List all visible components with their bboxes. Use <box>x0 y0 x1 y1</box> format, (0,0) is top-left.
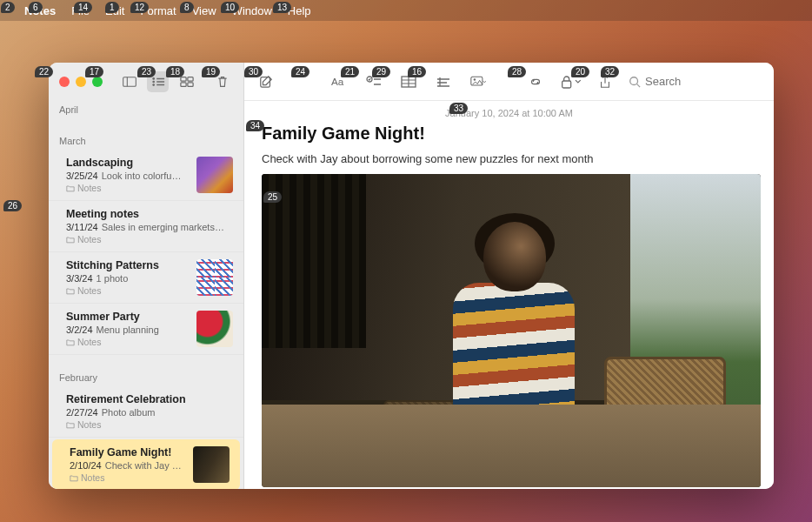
note-item-meeting[interactable]: Meeting notes 3/11/24Sales in emerging m… <box>49 201 243 252</box>
menu-app[interactable]: Notes <box>24 4 56 17</box>
note-thumbnail <box>196 259 233 296</box>
svg-point-3 <box>152 81 155 84</box>
sidebar-icon <box>123 76 136 88</box>
folder-icon <box>66 338 75 346</box>
compose-icon <box>258 75 274 89</box>
alignment-icon <box>436 75 451 89</box>
menubar: Notes File Edit Format View Window Help <box>0 0 812 21</box>
note-date: 3/2/24 <box>66 325 93 335</box>
note-thumbnail <box>196 311 233 347</box>
delete-button[interactable] <box>211 71 233 92</box>
note-thumbnail <box>196 157 233 193</box>
note-preview: Check with Jay a… <box>105 460 186 471</box>
note-title: Family Game Night! <box>70 446 186 458</box>
format-button[interactable]: Aa <box>328 71 350 92</box>
checklist-icon <box>366 75 382 89</box>
note-body[interactable]: January 10, 2024 at 10:00 AM Family Game… <box>244 101 774 489</box>
list-view-button[interactable] <box>147 71 169 92</box>
minimize-button[interactable] <box>76 77 86 87</box>
media-button[interactable] <box>467 71 489 92</box>
note-item-landscaping[interactable]: Landscaping 3/25/24Look into colorfu… No… <box>49 150 243 201</box>
new-note-button[interactable] <box>255 71 277 92</box>
note-date: 2/27/24 <box>66 407 98 418</box>
svg-rect-9 <box>187 77 192 81</box>
note-date: 3/3/24 <box>66 273 93 284</box>
note-folder: Notes <box>66 234 233 244</box>
search-field[interactable] <box>629 75 763 88</box>
share-button[interactable] <box>594 71 616 92</box>
note-folder: Notes <box>66 183 190 193</box>
svg-rect-0 <box>123 77 136 87</box>
folder-icon <box>66 184 75 192</box>
note-preview: 1 photo <box>97 273 129 284</box>
folder-icon <box>70 474 78 482</box>
svg-rect-8 <box>180 77 185 81</box>
svg-rect-10 <box>180 83 185 86</box>
table-button[interactable] <box>397 71 420 92</box>
menu-edit[interactable]: Edit <box>105 4 124 17</box>
svg-point-26 <box>474 78 476 80</box>
share-icon <box>597 75 613 89</box>
svg-line-29 <box>637 84 641 87</box>
note-title: Summer Party <box>66 311 190 323</box>
menu-view[interactable]: View <box>192 4 216 17</box>
lock-button[interactable] <box>559 71 582 92</box>
close-button[interactable] <box>59 77 70 87</box>
sidebar: April March Landscaping 3/25/24Look into… <box>49 63 244 489</box>
toolbar: Aa <box>244 63 774 101</box>
note-date: 2/10/24 <box>70 460 102 471</box>
notes-window: April March Landscaping 3/25/24Look into… <box>49 63 774 489</box>
note-heading[interactable]: Family Game Night! <box>244 122 774 152</box>
note-folder: Notes <box>66 285 190 296</box>
menu-format[interactable]: Format <box>140 4 176 17</box>
traffic-lights <box>59 77 103 87</box>
list-icon <box>151 76 165 88</box>
section-april: April <box>49 101 243 118</box>
svg-point-28 <box>630 77 638 84</box>
gallery-view-button[interactable] <box>176 71 197 92</box>
folder-icon <box>66 287 75 295</box>
alignment-button[interactable] <box>432 71 455 92</box>
hint-26: 26 <box>3 200 22 211</box>
menu-file[interactable]: File <box>71 4 90 17</box>
checklist-button[interactable] <box>363 71 385 92</box>
lock-icon <box>559 75 574 89</box>
note-preview: Menu planning <box>97 325 159 335</box>
note-item-retirement[interactable]: Retirement Celebration 2/27/24Photo albu… <box>49 386 243 438</box>
note-image[interactable] <box>262 174 761 487</box>
note-item-summer[interactable]: Summer Party 3/2/24Menu planning Notes <box>49 304 243 355</box>
menu-window[interactable]: Window <box>232 4 272 17</box>
note-folder: Notes <box>66 419 233 430</box>
note-folder: Notes <box>66 337 190 347</box>
chevron-down-icon <box>575 78 582 85</box>
notes-list[interactable]: April March Landscaping 3/25/24Look into… <box>49 101 243 489</box>
note-folder: Notes <box>70 472 186 483</box>
note-date: 3/25/24 <box>66 171 98 181</box>
note-item-stitching[interactable]: Stitching Patterns 3/3/241 photo Notes <box>49 252 243 304</box>
trash-icon <box>216 76 230 88</box>
menu-help[interactable]: Help <box>288 4 311 17</box>
folder-icon <box>66 421 75 429</box>
search-icon <box>629 76 641 88</box>
note-title: Meeting notes <box>66 208 233 220</box>
note-title: Retirement Celebration <box>66 393 233 405</box>
note-title: Stitching Patterns <box>66 259 190 271</box>
note-title: Landscaping <box>66 157 190 169</box>
search-input[interactable] <box>645 75 749 88</box>
text-format-icon: Aa <box>331 75 347 89</box>
section-march: March <box>49 132 243 150</box>
note-item-gamenight[interactable]: Family Game Night! 2/10/24Check with Jay… <box>52 439 240 489</box>
grid-icon <box>180 76 194 88</box>
svg-text:Aa: Aa <box>331 76 344 87</box>
photo-icon <box>470 75 486 89</box>
svg-point-2 <box>152 77 155 80</box>
note-preview: Photo album <box>102 407 156 418</box>
note-paragraph[interactable]: Check with Jay about borrowing some new … <box>244 152 774 174</box>
link-button[interactable] <box>524 71 547 92</box>
folder-icon <box>66 236 75 244</box>
note-preview: Sales in emerging markets… <box>102 222 224 232</box>
toggle-sidebar-button[interactable] <box>118 71 140 92</box>
svg-rect-11 <box>187 83 192 86</box>
zoom-button[interactable] <box>92 77 103 87</box>
link-icon <box>528 75 543 89</box>
